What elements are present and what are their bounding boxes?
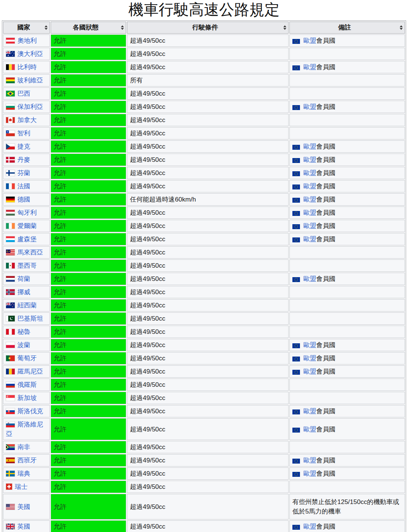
flag-gb-icon [6,524,15,529]
country-link[interactable]: 比利時 [17,64,37,71]
note-cell [289,312,405,325]
eu-link[interactable]: 歐盟 [303,368,316,375]
country-link[interactable]: 澳大利亞 [17,50,43,57]
country-link[interactable]: 智利 [17,130,30,137]
table-row: 葡萄牙允許超過49/50cc歐盟會員國 [3,352,405,364]
country-cell: 羅馬尼亞 [3,365,50,378]
note-cell: 歐盟會員國 [289,180,405,192]
country-link[interactable]: 愛爾蘭 [17,222,37,230]
note-cell: 歐盟會員國 [289,206,405,219]
table-row: 斯洛伐克允許超過49/50cc歐盟會員國 [3,405,405,417]
country-link[interactable]: 南非 [17,444,30,451]
country-link[interactable]: 美國 [17,503,30,510]
country-link[interactable]: 新加坡 [17,394,37,402]
sort-icon[interactable] [45,25,48,30]
header-condition[interactable]: 行駛條件 [127,22,289,34]
country-link[interactable]: 挪威 [17,288,30,296]
flag-fr-icon [6,183,15,189]
eu-note-suffix: 會員國 [316,196,335,203]
country-link[interactable]: 瑞士 [15,483,28,490]
eu-link[interactable]: 歐盟 [303,408,316,415]
country-link[interactable]: 加拿大 [17,116,37,124]
flag-be-icon [6,64,15,70]
eu-link[interactable]: 歐盟 [303,156,316,163]
eu-link[interactable]: 歐盟 [303,169,316,177]
country-link[interactable]: 荷蘭 [17,275,30,282]
note-cell [289,326,405,338]
table-row: 南非允許超過49/50cc [3,441,405,453]
condition-cell: 超過49/50cc [127,405,289,417]
eu-note-suffix: 會員國 [316,222,335,230]
note-cell: 歐盟會員國 [289,365,405,378]
country-cell: 巴西 [3,87,50,100]
header-status-label: 各國狀態 [73,24,99,31]
country-link[interactable]: 丹麥 [17,156,30,163]
country-link[interactable]: 俄羅斯 [17,381,37,388]
country-link[interactable]: 斯洛伐克 [17,408,43,415]
country-link[interactable]: 保加利亞 [17,103,43,110]
country-link[interactable]: 墨西哥 [17,262,37,269]
table-row: 比利時允許超過49/50cc歐盟會員國 [3,61,405,73]
flag-fi-icon [6,170,15,176]
country-link[interactable]: 德國 [17,196,30,203]
flag-pt-icon [6,355,15,361]
sort-icon[interactable] [400,25,403,30]
header-country[interactable]: 國家 [3,22,50,34]
eu-link[interactable]: 歐盟 [303,523,316,530]
note-cell: 歐盟會員國 [289,233,405,245]
country-link[interactable]: 捷克 [17,143,30,150]
country-link[interactable]: 法國 [17,183,30,190]
country-link[interactable]: 瑞典 [17,470,30,477]
eu-link[interactable]: 歐盟 [303,103,316,110]
country-link[interactable]: 秘魯 [17,328,30,335]
country-cell: 英國 [3,520,50,532]
eu-link[interactable]: 歐盟 [303,183,316,190]
eu-flag-icon [292,277,301,282]
status-cell: 允許 [51,273,126,285]
country-link[interactable]: 葡萄牙 [17,355,37,362]
country-link[interactable]: 巴基斯坦 [17,315,43,322]
header-remarks[interactable]: 備註 [289,22,405,34]
table-row: 羅馬尼亞允許超過49/50cc歐盟會員國 [3,365,405,378]
eu-link[interactable]: 歐盟 [303,222,316,230]
status-cell: 允許 [51,61,126,73]
table-row: 紐西蘭允許超過49/50cc [3,299,405,312]
condition-cell: 超過49/50cc [127,180,289,192]
country-link[interactable]: 巴西 [17,90,30,97]
country-link[interactable]: 馬來西亞 [17,249,43,256]
country-link[interactable]: 盧森堡 [17,236,37,243]
country-link[interactable]: 羅馬尼亞 [17,368,43,375]
eu-link[interactable]: 歐盟 [303,355,316,362]
country-link[interactable]: 芬蘭 [17,169,30,177]
eu-link[interactable]: 歐盟 [303,37,316,44]
eu-link[interactable]: 歐盟 [303,275,316,282]
eu-link[interactable]: 歐盟 [303,143,316,150]
eu-link[interactable]: 歐盟 [303,196,316,203]
eu-link[interactable]: 歐盟 [303,236,316,243]
flag-ca-icon [6,117,15,123]
country-link[interactable]: 奧地利 [17,37,37,44]
country-cell: 德國 [3,193,50,206]
country-link[interactable]: 紐西蘭 [17,302,37,309]
eu-link[interactable]: 歐盟 [303,64,316,71]
condition-cell: 超過49/50cc [127,312,289,325]
country-link[interactable]: 英國 [17,523,30,530]
country-link[interactable]: 西班牙 [17,457,37,464]
eu-link[interactable]: 歐盟 [303,457,316,464]
country-link[interactable]: 玻利維亞 [17,77,43,84]
sort-icon[interactable] [121,25,124,30]
eu-link[interactable]: 歐盟 [303,470,316,477]
header-status[interactable]: 各國狀態 [51,22,126,34]
status-cell: 允許 [51,312,126,325]
condition-cell: 超過49/50cc [127,273,289,285]
country-link[interactable]: 匈牙利 [17,209,37,216]
status-cell: 允許 [51,467,126,480]
table-row: 德國允許任何能超過時速60km/h歐盟會員國 [3,193,405,206]
eu-link[interactable]: 歐盟 [303,209,316,216]
eu-link[interactable]: 歐盟 [303,341,316,349]
table-row: 俄羅斯允許超過49/50cc [3,378,405,391]
country-link[interactable]: 波蘭 [17,341,30,349]
eu-link[interactable]: 歐盟 [303,426,316,433]
flag-us-icon [6,504,15,510]
sort-icon[interactable] [283,25,286,30]
